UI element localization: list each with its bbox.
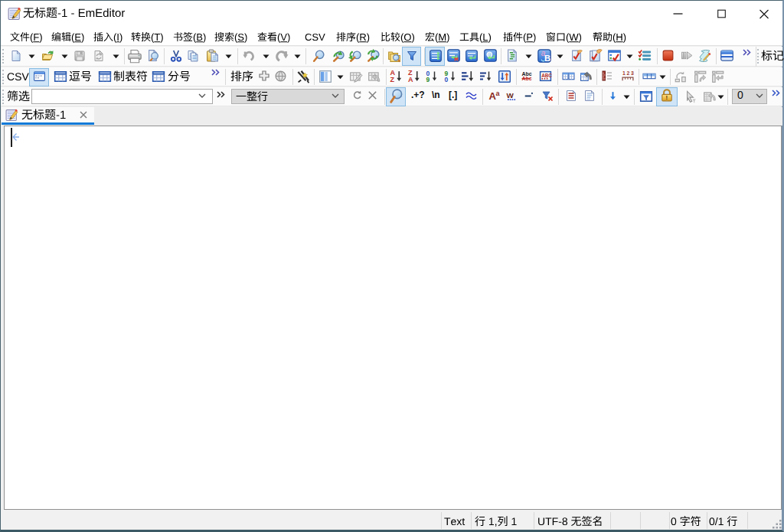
svg-text:B: B bbox=[544, 54, 550, 63]
svg-text:0: 0 bbox=[445, 76, 449, 83]
svg-text:Z: Z bbox=[390, 76, 395, 83]
svg-text:9: 9 bbox=[426, 76, 430, 83]
svg-text:a: a bbox=[496, 90, 501, 97]
svg-text:123: 123 bbox=[622, 70, 635, 76]
svg-text:!: ! bbox=[666, 94, 668, 101]
svg-text:A: A bbox=[408, 76, 413, 83]
svg-text:ABC: ABC bbox=[541, 73, 552, 78]
svg-text:W: W bbox=[506, 91, 514, 100]
